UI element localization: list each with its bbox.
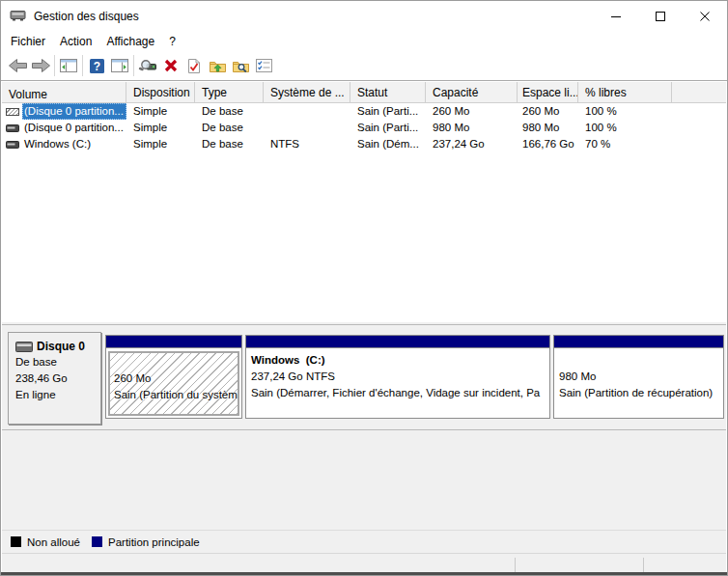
column-espace-libre[interactable]: Espace li... bbox=[518, 82, 578, 102]
cell-type: De base bbox=[195, 120, 264, 136]
column-type[interactable]: Type bbox=[195, 82, 264, 102]
partition-recovery[interactable]: 980 Mo Sain (Partition de récupération) bbox=[553, 335, 724, 419]
cell-type: De base bbox=[195, 136, 264, 152]
partition-size: 260 Mo bbox=[110, 370, 238, 387]
column-filesystem[interactable]: Système de ... bbox=[264, 82, 350, 102]
cell-disposition: Simple bbox=[126, 136, 195, 152]
partition-status: Sain (Partition de récupération) bbox=[554, 385, 723, 401]
cell-pct-libres: 100 % bbox=[578, 103, 672, 120]
delete-volume-icon[interactable] bbox=[159, 54, 182, 77]
partition-size: 237,24 Go NTFS bbox=[246, 369, 549, 385]
volume-name: (Disque 0 partition... bbox=[22, 103, 126, 120]
volume-row-windows-c[interactable]: Windows (C:) Simple De base NTFS Sain (D… bbox=[2, 136, 726, 152]
column-disposition[interactable]: Disposition bbox=[126, 82, 195, 102]
partition-status: Sain (Démarrer, Fichier d'échange, Vidag… bbox=[246, 385, 549, 401]
status-cell bbox=[516, 554, 643, 574]
disk-type: De base bbox=[15, 354, 100, 370]
menu-bar: Fichier Action Affichage ? bbox=[1, 31, 727, 51]
unallocated-label: Non alloué bbox=[27, 536, 80, 548]
cell-filesystem bbox=[264, 120, 350, 136]
volume-row-efi[interactable]: (Disque 0 partition... Simple De base Sa… bbox=[2, 103, 726, 120]
cell-statut: Sain (Dém... bbox=[350, 136, 426, 152]
disk-0-header[interactable]: Disque 0 De base 238,46 Go En ligne bbox=[8, 332, 101, 425]
status-bar bbox=[2, 553, 726, 574]
disk-icon bbox=[15, 342, 33, 352]
show-console-tree-icon[interactable] bbox=[57, 54, 80, 77]
toolbar-separator bbox=[82, 55, 83, 76]
partition-color-band bbox=[554, 336, 723, 348]
status-cell bbox=[644, 554, 726, 574]
column-volume[interactable]: Volume bbox=[2, 82, 126, 102]
forward-icon[interactable] bbox=[29, 54, 52, 77]
window-bottom-border bbox=[1, 572, 727, 575]
toolbar-separator bbox=[54, 55, 55, 76]
volume-row-recovery[interactable]: (Disque 0 partition... Simple De base Sa… bbox=[2, 120, 726, 136]
back-icon[interactable] bbox=[6, 54, 29, 77]
cell-pct-libres: 100 % bbox=[578, 120, 672, 136]
primary-partition-swatch bbox=[92, 536, 102, 547]
cell-espace-libre: 166,76 Go bbox=[518, 136, 578, 152]
volume-name: Windows (C:) bbox=[22, 136, 126, 152]
partition-color-band bbox=[246, 336, 549, 348]
close-button[interactable] bbox=[683, 1, 727, 31]
menu-help[interactable]: ? bbox=[169, 35, 176, 48]
cell-capacite: 237,24 Go bbox=[426, 136, 518, 152]
task-list-icon[interactable] bbox=[252, 54, 275, 77]
primary-partition-label: Partition principale bbox=[108, 536, 200, 548]
partition-size: 980 Mo bbox=[554, 369, 723, 385]
partition-windows-c[interactable]: Windows (C:) 237,24 Go NTFS Sain (Démarr… bbox=[245, 335, 550, 419]
toolbar-separator bbox=[133, 55, 134, 76]
check-task-icon[interactable] bbox=[182, 54, 206, 77]
cell-filesystem: NTFS bbox=[264, 136, 350, 152]
menu-action[interactable]: Action bbox=[60, 35, 92, 48]
help-icon[interactable]: ? bbox=[85, 54, 108, 77]
disk-0-row: Disque 0 De base 238,46 Go En ligne 260 … bbox=[2, 324, 726, 430]
inspect-disk-icon[interactable] bbox=[136, 54, 159, 77]
legend-bar: Non alloué Partition principale bbox=[2, 530, 726, 553]
cell-capacite: 260 Mo bbox=[426, 103, 518, 120]
volume-list: Volume Disposition Type Système de ... S… bbox=[2, 82, 726, 322]
toolbar: ? bbox=[1, 51, 727, 81]
partition-efi[interactable]: 260 Mo Sain (Partition du système EFI) bbox=[105, 335, 242, 419]
folder-explore-icon[interactable] bbox=[229, 54, 252, 77]
graphical-view: Disque 0 De base 238,46 Go En ligne 260 … bbox=[2, 322, 726, 530]
partition-name bbox=[110, 354, 238, 370]
unallocated-swatch bbox=[11, 536, 21, 547]
cell-filesystem bbox=[264, 103, 350, 120]
cell-type: De base bbox=[195, 103, 264, 120]
disk-size: 238,46 Go bbox=[15, 370, 100, 387]
show-action-pane-icon[interactable] bbox=[108, 54, 131, 77]
column-statut[interactable]: Statut bbox=[350, 82, 426, 102]
status-cell bbox=[2, 554, 515, 574]
disk-name: Disque 0 bbox=[37, 340, 85, 353]
partition-hatched-icon bbox=[6, 108, 19, 116]
menu-affichage[interactable]: Affichage bbox=[106, 35, 154, 48]
cell-statut: Sain (Parti... bbox=[350, 103, 426, 120]
cell-capacite: 980 Mo bbox=[426, 120, 518, 136]
app-icon bbox=[10, 8, 26, 24]
drive-icon bbox=[6, 141, 19, 149]
disk-management-window: Gestion des disques Fichier Action Affic… bbox=[0, 0, 728, 576]
window-title: Gestion des disques bbox=[34, 10, 139, 23]
disk-status: En ligne bbox=[15, 387, 100, 403]
minimize-button[interactable] bbox=[594, 1, 638, 31]
column-pct-libres[interactable]: % libres bbox=[578, 82, 672, 102]
column-capacite[interactable]: Capacité bbox=[426, 82, 518, 102]
partition-name: Windows (C:) bbox=[246, 352, 549, 369]
cell-espace-libre: 260 Mo bbox=[518, 103, 578, 120]
partition-status: Sain (Partition du système EFI) bbox=[110, 387, 238, 403]
menu-fichier[interactable]: Fichier bbox=[11, 35, 45, 48]
svg-text:?: ? bbox=[93, 60, 99, 73]
cell-statut: Sain (Parti... bbox=[350, 120, 426, 136]
partition-color-band bbox=[106, 336, 241, 348]
cell-disposition: Simple bbox=[126, 103, 195, 120]
partition-name bbox=[554, 352, 723, 369]
folder-up-icon[interactable] bbox=[206, 54, 229, 77]
cell-pct-libres: 70 % bbox=[578, 136, 672, 152]
cell-espace-libre: 980 Mo bbox=[518, 120, 578, 136]
volume-name: (Disque 0 partition... bbox=[22, 120, 126, 136]
title-bar: Gestion des disques bbox=[1, 1, 727, 31]
list-header: Volume Disposition Type Système de ... S… bbox=[2, 82, 726, 103]
cell-disposition: Simple bbox=[126, 120, 195, 136]
maximize-button[interactable] bbox=[638, 1, 683, 31]
